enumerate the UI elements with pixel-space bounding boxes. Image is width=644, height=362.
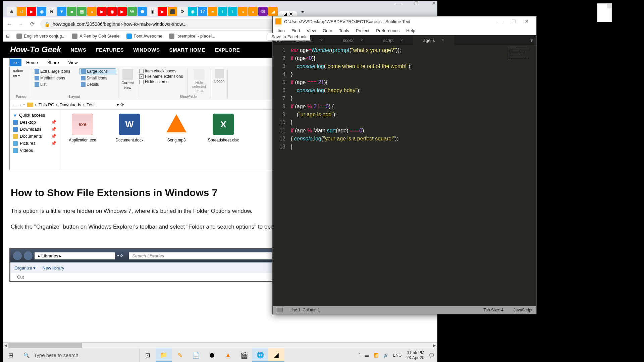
task-view-icon[interactable]: ⊡: [140, 348, 156, 362]
forward-button[interactable]: →: [17, 21, 24, 27]
site-logo[interactable]: How-To Geek: [10, 45, 61, 54]
editor-tab-active[interactable]: age.js×: [413, 35, 454, 45]
tab-icon[interactable]: ▼: [57, 7, 66, 16]
tab-icon[interactable]: ▶: [27, 7, 36, 16]
apps-icon: ⊞: [6, 34, 10, 39]
volume-icon[interactable]: 🔊: [383, 353, 388, 358]
tab-icon[interactable]: t: [218, 7, 227, 16]
tab-icon[interactable]: ▦: [77, 7, 87, 16]
tab-icon[interactable]: ⬣: [138, 7, 147, 16]
tab-icon[interactable]: u: [87, 7, 97, 16]
status-icon[interactable]: [277, 308, 283, 312]
tabs-menu-icon[interactable]: ▾: [527, 37, 536, 44]
horizontal-scrollbar[interactable]: ◀▶: [3, 342, 437, 348]
tab-icon[interactable]: ◉: [37, 7, 46, 16]
code-area[interactable]: var age=Number(prompt("what s your age?"…: [289, 45, 506, 306]
windows-taskbar: ⊞ 🔍 Type here to search ⊡ 📁 ✎ 📄 ⬢ ▲ 🎬 🌐 …: [3, 348, 437, 362]
editor-tab[interactable]: script×: [373, 35, 413, 45]
bookmark-item[interactable]: lorempixel - placel...: [169, 34, 215, 39]
tab-icon[interactable]: u: [248, 7, 258, 16]
window-close[interactable]: ✕: [432, 1, 436, 6]
tab-icon[interactable]: ✉: [258, 7, 268, 16]
tab-close-icon[interactable]: ×: [320, 38, 323, 43]
nav-link[interactable]: NEWS: [70, 47, 86, 53]
tab-icon[interactable]: ⟳: [178, 7, 187, 16]
nav-link[interactable]: WINDOWS: [133, 47, 160, 53]
bookmark-item[interactable]: Font Awesome: [126, 34, 163, 39]
editor-tab[interactable]: scor2×: [333, 35, 373, 45]
tab-icon[interactable]: ◉: [188, 7, 197, 16]
sublime-titlebar[interactable]: C:\Users\VV\Desktop\WEBDEVPROJECTS\age.j…: [273, 16, 536, 26]
tab-icon[interactable]: ■: [67, 7, 76, 16]
minimap[interactable]: [506, 45, 536, 306]
window-maximize[interactable]: ☐: [414, 1, 419, 6]
taskbar-app-explorer[interactable]: 📁: [156, 348, 172, 362]
cursor-position[interactable]: Line 1, Column 1: [289, 308, 320, 312]
sublime-menubar: tion Find View Goto Tools Project Prefer…: [273, 26, 536, 35]
tab-icon[interactable]: N: [47, 7, 56, 16]
tab-close-icon[interactable]: ×: [441, 38, 444, 43]
menu-item[interactable]: Goto: [320, 27, 335, 34]
battery-icon[interactable]: ▬: [365, 353, 369, 358]
nav-link[interactable]: EXPLORE: [215, 47, 240, 53]
taskbar-app[interactable]: ⬢: [204, 348, 220, 362]
menu-item[interactable]: Help: [403, 27, 418, 34]
explorer-sidebar: ★Quick access Desktop📌 Downloads📌 Docume…: [10, 110, 60, 170]
syntax-mode[interactable]: JavaScript: [514, 308, 532, 312]
pixel-icon: [169, 34, 174, 39]
tab-icon[interactable]: d: [17, 7, 26, 16]
tab-icon[interactable]: ▶: [97, 7, 107, 16]
tab-icon[interactable]: ◢: [268, 7, 278, 16]
tab-icon[interactable]: ▶: [158, 7, 167, 16]
bookmark-item[interactable]: English verb conjug...: [16, 34, 65, 39]
desktop-file-icon[interactable]: [595, 3, 614, 27]
tab-icon[interactable]: 17: [198, 7, 207, 16]
taskbar-app[interactable]: 📄: [188, 348, 204, 362]
chrome-tab-strip: ⊕ d ▶ ◉ N ▼ ■ ▦ u ▶ ◉ ▶ W ⬣ ◉ ▶ ⬛ ⟳ ◉ 17…: [3, 5, 437, 17]
editor-area[interactable]: 12345678910111213 var age=Number(prompt(…: [273, 45, 536, 306]
taskbar-app-sublime[interactable]: ◢: [268, 348, 284, 362]
tab-size[interactable]: Tab Size: 4: [484, 308, 503, 312]
menu-item[interactable]: Tools: [336, 27, 352, 34]
taskbar-search[interactable]: 🔍 Type here to search: [19, 348, 140, 362]
clock[interactable]: 11:55 PM 23-Apr-20: [407, 350, 424, 360]
line-gutter: 12345678910111213: [273, 45, 289, 306]
tab-icon[interactable]: ◉: [107, 7, 117, 16]
reload-button[interactable]: ⟳: [29, 21, 36, 27]
taskbar-app-vlc[interactable]: ▲: [220, 348, 236, 362]
wifi-icon[interactable]: 📶: [374, 353, 379, 358]
tray-chevron-icon[interactable]: ˄: [358, 353, 360, 358]
tab-icon[interactable]: ▶: [117, 7, 127, 16]
taskbar-app-chrome[interactable]: 🌐: [252, 348, 268, 362]
tab-icon[interactable]: ≡: [208, 7, 217, 16]
window-minimize[interactable]: —: [493, 19, 507, 24]
nav-link[interactable]: SMART HOME: [169, 47, 206, 53]
lock-icon: 🔒: [44, 21, 50, 27]
start-button[interactable]: ⊞: [3, 348, 19, 362]
window-minimize[interactable]: —: [396, 1, 401, 6]
taskbar-app[interactable]: ✎: [172, 348, 188, 362]
tab-close-icon[interactable]: ×: [360, 38, 363, 43]
tab-icon[interactable]: ◉: [148, 7, 157, 16]
notifications-icon[interactable]: 💬: [429, 353, 434, 358]
tab-icon[interactable]: u: [238, 7, 248, 16]
language-indicator[interactable]: ENG: [393, 353, 402, 358]
tab-icon[interactable]: ⊕: [7, 7, 16, 16]
window-close[interactable]: ✕: [520, 19, 534, 24]
apps-button[interactable]: ⊞: [6, 34, 10, 39]
menu-item[interactable]: Project: [353, 27, 372, 34]
tab-icon[interactable]: ⬛: [168, 7, 177, 16]
window-maximize[interactable]: ☐: [507, 19, 520, 24]
back-button[interactable]: ←: [6, 21, 13, 27]
sublime-title: C:\Users\VV\Desktop\WEBDEVPROJECTS\age.j…: [284, 19, 493, 24]
search-icon: 🔍: [23, 352, 30, 358]
menu-item[interactable]: Preferences: [373, 27, 402, 34]
tab-icon[interactable]: W: [127, 7, 137, 16]
nav-link[interactable]: FEATURES: [96, 47, 124, 53]
new-tab-button[interactable]: +: [298, 7, 307, 16]
sublime-tabs: ◀ ▶ index.html× scor2× script× age.js× ▾: [273, 35, 536, 45]
taskbar-app[interactable]: 🎬: [236, 348, 252, 362]
tab-close-icon[interactable]: ×: [400, 38, 403, 43]
bookmark-item[interactable]: A Pen by Colt Steele: [72, 34, 119, 39]
tab-icon[interactable]: t: [228, 7, 237, 16]
